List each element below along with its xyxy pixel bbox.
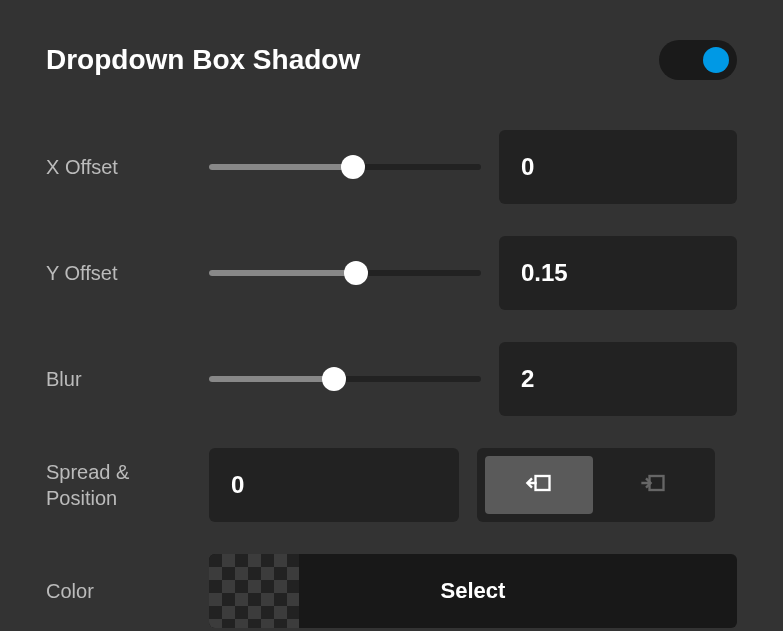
inset-icon xyxy=(639,469,667,501)
y-offset-input[interactable] xyxy=(499,259,783,287)
position-outset-button[interactable] xyxy=(485,456,593,514)
slider-thumb[interactable] xyxy=(344,261,368,285)
spread-field: em xyxy=(209,448,459,522)
enable-toggle[interactable] xyxy=(659,40,737,80)
color-swatch xyxy=(209,554,299,628)
spread-label: Spread & Position xyxy=(46,459,191,511)
x-offset-field: em xyxy=(499,130,737,204)
blur-label: Blur xyxy=(46,366,191,392)
x-offset-slider[interactable] xyxy=(209,157,481,177)
slider-thumb[interactable] xyxy=(322,367,346,391)
blur-input[interactable] xyxy=(499,365,783,393)
color-select-button[interactable]: Select xyxy=(209,554,737,628)
color-select-label: Select xyxy=(299,578,737,604)
position-inset-button[interactable] xyxy=(599,456,707,514)
outset-icon xyxy=(525,469,553,501)
position-group xyxy=(477,448,715,522)
panel-title: Dropdown Box Shadow xyxy=(46,44,360,76)
color-label: Color xyxy=(46,578,191,604)
y-offset-field: em xyxy=(499,236,737,310)
slider-thumb[interactable] xyxy=(341,155,365,179)
blur-field: em xyxy=(499,342,737,416)
blur-slider[interactable] xyxy=(209,369,481,389)
svg-rect-0 xyxy=(536,476,550,490)
x-offset-label: X Offset xyxy=(46,154,191,180)
x-offset-input[interactable] xyxy=(499,153,783,181)
toggle-knob xyxy=(703,47,729,73)
y-offset-label: Y Offset xyxy=(46,260,191,286)
y-offset-slider[interactable] xyxy=(209,263,481,283)
